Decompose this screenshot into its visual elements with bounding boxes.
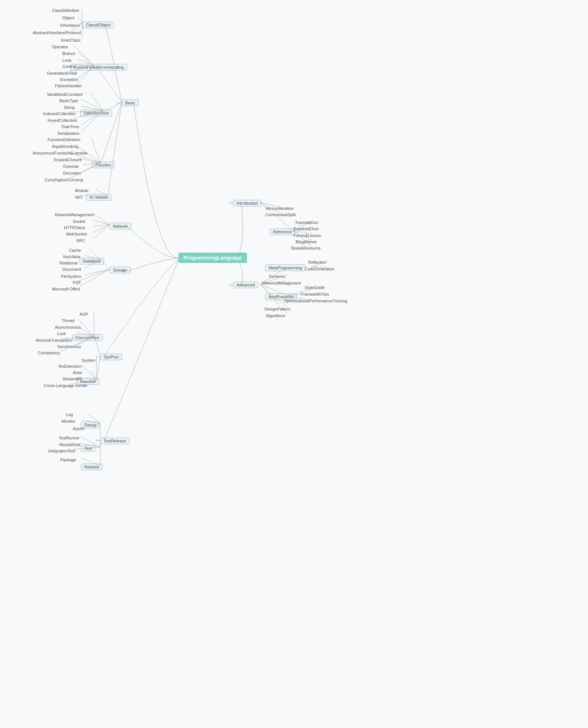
svg-text:⊣: ⊣ <box>228 200 233 206</box>
leaf-versioniteration: VersionIteration <box>265 206 293 211</box>
leaf-classdefinition: ClassDefinition <box>52 8 79 13</box>
leaf-lock: Lock <box>57 331 66 336</box>
leaf-indexedcollection: IndexedCollection <box>43 111 75 116</box>
group-controlflow: ControlFlow&ErrorHandling <box>71 64 127 71</box>
leaf-nio: NIO <box>75 195 82 199</box>
center-node: ProgrammingLanguage <box>178 253 247 263</box>
branch-storage: Storage <box>110 267 131 273</box>
leaf-styleguide: StyleGuide <box>305 285 325 290</box>
leaf-abstractinterfaceprotocol: Abstract/Interface/Protocol <box>33 30 81 35</box>
leaf-scopeclosure: Scope&Closure <box>53 157 82 162</box>
leaf-reflection: Reflection <box>308 260 327 264</box>
svg-line-10 <box>74 45 94 66</box>
leaf-pdf: PDF <box>73 280 81 285</box>
group-datastructure: DataStructure <box>80 110 112 116</box>
leaf-assert: Assert <box>73 426 84 431</box>
leaf-control: Control <box>62 64 75 69</box>
leaf-blognews: Blog&News <box>296 240 317 244</box>
leaf-streamapi: StreamAPI <box>62 377 82 381</box>
group-iostream: IO Stream <box>86 194 111 201</box>
leaf-filesystem: FileSystem <box>61 274 81 279</box>
leaf-module: Module <box>75 188 88 193</box>
svg-text:⊣: ⊣ <box>228 282 233 288</box>
leaf-algorithms: Algorithms <box>266 313 285 318</box>
leaf-monitor: Monitor <box>62 419 75 423</box>
leaf-atomictransaction: Atomic&Transaction <box>36 338 72 342</box>
group-reference: Reference <box>270 228 295 235</box>
leaf-variablesconstant: Variables&Constant <box>47 92 82 97</box>
leaf-rpc: RPC <box>77 238 85 243</box>
group-test: Test <box>81 445 95 452</box>
leaf-forumlesson: Forum&Lesson <box>293 233 321 238</box>
leaf-keyvalue: KeyValue <box>63 254 80 259</box>
leaf-crosslanguage: Cross-Language Invoke <box>44 383 87 388</box>
group-function: Function <box>92 162 114 168</box>
leaf-networkmanagement: NetworkManagement <box>55 212 94 217</box>
leaf-generics: Generics <box>269 274 285 279</box>
leaf-integrationtest: IntegrationTest <box>48 449 75 453</box>
leaf-innerclass: InnerClass <box>61 38 81 42</box>
leaf-frameworktips: FrameworkTips <box>301 292 329 296</box>
leaf-branch: Branch <box>62 51 75 56</box>
leaf-argsinvoking: Args&Invoking <box>52 144 78 149</box>
leaf-cache: Cache <box>69 248 81 253</box>
leaf-object: Object <box>62 16 74 20</box>
svg-line-17 <box>90 93 103 111</box>
leaf-currying: CurryIng&unCurrying <box>45 178 83 182</box>
svg-line-18 <box>81 99 103 111</box>
branch-sysproc: SysProc <box>100 354 122 360</box>
leaf-generatoryield: Generator&Yield <box>47 71 77 75</box>
leaf-override: Override <box>63 164 79 169</box>
svg-line-45 <box>78 269 110 287</box>
svg-line-77 <box>293 230 312 247</box>
leaf-aop: AOP <box>79 312 88 316</box>
leaf-asynchronous: Asynchronous <box>55 325 81 329</box>
leaf-relational: Relational <box>59 261 78 265</box>
group-concurrence: Concurrence <box>72 334 103 341</box>
leaf-string: String <box>64 105 75 110</box>
branch-introduction: Introduction <box>233 200 261 207</box>
svg-line-44 <box>78 269 110 281</box>
svg-line-54 <box>97 356 100 380</box>
leaf-rxextension: RxExtension <box>59 364 82 368</box>
leaf-actor: Actor <box>73 370 82 375</box>
leaf-failurehandler: FailureHandler <box>55 84 82 88</box>
leaf-httpclient: HTTPClient <box>64 225 85 230</box>
leaf-tutorialdoc: Tutorial&Doc <box>295 220 318 225</box>
svg-line-5 <box>82 10 82 23</box>
group-database: DataBase <box>79 258 104 264</box>
leaf-practicetool: Practice&Tool <box>293 227 318 231</box>
leaf-document: Document <box>62 267 81 272</box>
leaf-memorymanagement: MemoryManagement <box>262 281 301 285</box>
group-metaprogramming: MetaProgramming <box>265 264 305 271</box>
leaf-bookresource: Book&Resource <box>291 246 321 250</box>
svg-line-43 <box>85 269 110 275</box>
svg-text:⊢: ⊢ <box>96 437 100 443</box>
leaf-inheritance: Inheritance <box>60 23 80 27</box>
leaf-optimizationperformance: Optimization&PerformanceTunning <box>284 299 347 303</box>
branch-basic: Basic <box>122 100 139 106</box>
leaf-decorator: Decorator <box>63 171 81 175</box>
leaf-serialization: Serialization <box>57 131 79 136</box>
leaf-codegeneration: CodeGeneration <box>305 267 335 271</box>
leaf-consistency: Consistency <box>38 351 60 355</box>
branch-testrelease: TestRelease <box>100 438 130 444</box>
leaf-testrunner: TestRunner <box>59 436 79 440</box>
svg-line-37 <box>93 225 110 239</box>
leaf-system: System <box>82 358 95 363</box>
leaf-operator: Operator <box>52 45 68 49</box>
leaf-commentssplit: Comments&Split <box>265 212 296 217</box>
svg-line-6 <box>77 16 82 23</box>
svg-line-33 <box>93 213 110 225</box>
leaf-exception: Exception <box>60 77 78 82</box>
leaf-websocket: WebSocket <box>66 232 87 236</box>
leaf-designpattern: DesignPattern <box>264 307 290 311</box>
svg-line-34 <box>93 220 110 225</box>
branch-advanced: Advanced <box>233 282 258 288</box>
leaf-socket: Socket <box>73 219 85 224</box>
svg-text:⊢: ⊢ <box>117 100 121 106</box>
group-release: Release <box>81 464 103 470</box>
svg-line-1 <box>96 66 122 102</box>
leaf-msoffice: Microsoft Office <box>52 287 80 291</box>
leaf-keyedcollection: KeyedCollection <box>48 118 77 123</box>
